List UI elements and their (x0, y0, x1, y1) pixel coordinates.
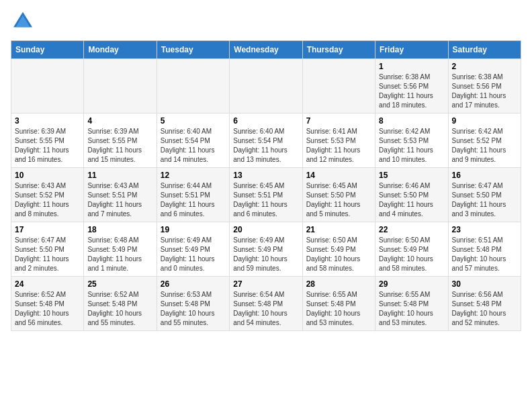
calendar-week-row: 24Sunrise: 6:52 AM Sunset: 5:48 PM Dayli… (11, 277, 521, 331)
day-info: Sunrise: 6:42 AM Sunset: 5:52 PM Dayligh… (452, 127, 517, 165)
day-info: Sunrise: 6:55 AM Sunset: 5:48 PM Dayligh… (306, 290, 371, 328)
day-number: 14 (306, 171, 371, 180)
logo-icon (12, 11, 34, 30)
weekday-header: Thursday (302, 41, 375, 59)
calendar-cell: 24Sunrise: 6:52 AM Sunset: 5:48 PM Dayli… (11, 277, 84, 331)
calendar-cell: 26Sunrise: 6:53 AM Sunset: 5:48 PM Dayli… (157, 277, 229, 331)
calendar-cell: 6Sunrise: 6:40 AM Sunset: 5:54 PM Daylig… (230, 113, 302, 168)
calendar-cell: 14Sunrise: 6:45 AM Sunset: 5:50 PM Dayli… (302, 168, 375, 222)
day-info: Sunrise: 6:50 AM Sunset: 5:49 PM Dayligh… (379, 236, 444, 273)
calendar-cell: 23Sunrise: 6:51 AM Sunset: 5:48 PM Dayli… (448, 222, 521, 277)
day-info: Sunrise: 6:40 AM Sunset: 5:54 PM Dayligh… (161, 127, 226, 165)
calendar-cell: 2Sunrise: 6:38 AM Sunset: 5:56 PM Daylig… (448, 59, 521, 113)
day-number: 8 (379, 116, 444, 126)
day-number: 21 (306, 225, 371, 234)
day-number: 1 (379, 62, 444, 71)
calendar-cell (11, 59, 84, 113)
day-info: Sunrise: 6:38 AM Sunset: 5:56 PM Dayligh… (452, 73, 517, 110)
calendar-table: SundayMondayTuesdayWednesdayThursdayFrid… (11, 40, 521, 331)
calendar-cell: 16Sunrise: 6:47 AM Sunset: 5:50 PM Dayli… (448, 168, 521, 222)
day-number: 3 (15, 116, 80, 126)
day-number: 5 (161, 116, 226, 126)
calendar-cell: 9Sunrise: 6:42 AM Sunset: 5:52 PM Daylig… (448, 113, 521, 168)
day-number: 15 (379, 171, 444, 180)
day-number: 11 (87, 171, 152, 180)
day-number: 27 (233, 279, 298, 289)
day-info: Sunrise: 6:48 AM Sunset: 5:49 PM Dayligh… (87, 236, 152, 273)
day-number: 30 (452, 279, 517, 289)
calendar-cell: 18Sunrise: 6:48 AM Sunset: 5:49 PM Dayli… (84, 222, 157, 277)
calendar-cell: 20Sunrise: 6:49 AM Sunset: 5:49 PM Dayli… (230, 222, 302, 277)
day-info: Sunrise: 6:55 AM Sunset: 5:48 PM Dayligh… (379, 290, 444, 328)
calendar-cell: 3Sunrise: 6:39 AM Sunset: 5:55 PM Daylig… (11, 113, 84, 168)
day-info: Sunrise: 6:43 AM Sunset: 5:51 PM Dayligh… (87, 181, 152, 219)
day-info: Sunrise: 6:52 AM Sunset: 5:48 PM Dayligh… (87, 290, 152, 328)
day-number: 18 (87, 225, 152, 234)
calendar-cell: 8Sunrise: 6:42 AM Sunset: 5:53 PM Daylig… (375, 113, 448, 168)
calendar-cell: 4Sunrise: 6:39 AM Sunset: 5:55 PM Daylig… (84, 113, 157, 168)
weekday-header: Monday (84, 41, 157, 59)
day-info: Sunrise: 6:47 AM Sunset: 5:50 PM Dayligh… (452, 181, 517, 219)
day-number: 22 (379, 225, 444, 234)
day-info: Sunrise: 6:53 AM Sunset: 5:48 PM Dayligh… (161, 290, 226, 328)
calendar-cell: 12Sunrise: 6:44 AM Sunset: 5:51 PM Dayli… (157, 168, 229, 222)
calendar-cell (84, 59, 157, 113)
day-info: Sunrise: 6:39 AM Sunset: 5:55 PM Dayligh… (15, 127, 80, 165)
day-info: Sunrise: 6:45 AM Sunset: 5:50 PM Dayligh… (306, 181, 371, 219)
day-number: 25 (87, 279, 152, 289)
day-info: Sunrise: 6:44 AM Sunset: 5:51 PM Dayligh… (161, 181, 226, 219)
calendar-cell: 21Sunrise: 6:50 AM Sunset: 5:49 PM Dayli… (302, 222, 375, 277)
calendar-cell: 5Sunrise: 6:40 AM Sunset: 5:54 PM Daylig… (157, 113, 229, 168)
calendar-cell: 22Sunrise: 6:50 AM Sunset: 5:49 PM Dayli… (375, 222, 448, 277)
weekday-header: Wednesday (230, 41, 302, 59)
calendar-cell: 7Sunrise: 6:41 AM Sunset: 5:53 PM Daylig… (302, 113, 375, 168)
day-number: 28 (306, 279, 371, 289)
calendar-week-row: 1Sunrise: 6:38 AM Sunset: 5:56 PM Daylig… (11, 59, 521, 113)
calendar-cell: 1Sunrise: 6:38 AM Sunset: 5:56 PM Daylig… (375, 59, 448, 113)
day-info: Sunrise: 6:49 AM Sunset: 5:49 PM Dayligh… (233, 236, 298, 273)
day-info: Sunrise: 6:40 AM Sunset: 5:54 PM Dayligh… (233, 127, 298, 165)
day-number: 19 (161, 225, 226, 234)
day-number: 10 (15, 171, 80, 180)
calendar-cell: 29Sunrise: 6:55 AM Sunset: 5:48 PM Dayli… (375, 277, 448, 331)
calendar-cell: 30Sunrise: 6:56 AM Sunset: 5:48 PM Dayli… (448, 277, 521, 331)
calendar-week-row: 3Sunrise: 6:39 AM Sunset: 5:55 PM Daylig… (11, 113, 521, 168)
day-info: Sunrise: 6:54 AM Sunset: 5:48 PM Dayligh… (233, 290, 298, 328)
calendar-cell: 15Sunrise: 6:46 AM Sunset: 5:50 PM Dayli… (375, 168, 448, 222)
day-info: Sunrise: 6:43 AM Sunset: 5:52 PM Dayligh… (15, 181, 80, 219)
day-number: 23 (452, 225, 517, 234)
day-number: 24 (15, 279, 80, 289)
page-header (11, 11, 521, 32)
calendar-cell: 17Sunrise: 6:47 AM Sunset: 5:50 PM Dayli… (11, 222, 84, 277)
day-number: 9 (452, 116, 517, 126)
day-info: Sunrise: 6:41 AM Sunset: 5:53 PM Dayligh… (306, 127, 371, 165)
calendar-cell: 27Sunrise: 6:54 AM Sunset: 5:48 PM Dayli… (230, 277, 302, 331)
day-info: Sunrise: 6:39 AM Sunset: 5:55 PM Dayligh… (87, 127, 152, 165)
day-number: 4 (87, 116, 152, 126)
day-info: Sunrise: 6:46 AM Sunset: 5:50 PM Dayligh… (379, 181, 444, 219)
day-number: 6 (233, 116, 298, 126)
calendar-cell: 25Sunrise: 6:52 AM Sunset: 5:48 PM Dayli… (84, 277, 157, 331)
day-info: Sunrise: 6:38 AM Sunset: 5:56 PM Dayligh… (379, 73, 444, 110)
day-info: Sunrise: 6:49 AM Sunset: 5:49 PM Dayligh… (161, 236, 226, 273)
day-number: 29 (379, 279, 444, 289)
calendar-cell (157, 59, 229, 113)
weekday-header-row: SundayMondayTuesdayWednesdayThursdayFrid… (11, 41, 521, 59)
day-info: Sunrise: 6:45 AM Sunset: 5:51 PM Dayligh… (233, 181, 298, 219)
calendar-week-row: 17Sunrise: 6:47 AM Sunset: 5:50 PM Dayli… (11, 222, 521, 277)
day-number: 26 (161, 279, 226, 289)
logo (11, 11, 34, 32)
day-number: 16 (452, 171, 517, 180)
calendar-cell: 13Sunrise: 6:45 AM Sunset: 5:51 PM Dayli… (230, 168, 302, 222)
calendar-cell: 19Sunrise: 6:49 AM Sunset: 5:49 PM Dayli… (157, 222, 229, 277)
weekday-header: Friday (375, 41, 448, 59)
calendar-cell: 10Sunrise: 6:43 AM Sunset: 5:52 PM Dayli… (11, 168, 84, 222)
day-info: Sunrise: 6:42 AM Sunset: 5:53 PM Dayligh… (379, 127, 444, 165)
day-info: Sunrise: 6:56 AM Sunset: 5:48 PM Dayligh… (452, 290, 517, 328)
calendar-cell (302, 59, 375, 113)
day-info: Sunrise: 6:51 AM Sunset: 5:48 PM Dayligh… (452, 236, 517, 273)
day-number: 7 (306, 116, 371, 126)
weekday-header: Tuesday (157, 41, 229, 59)
day-number: 13 (233, 171, 298, 180)
day-number: 20 (233, 225, 298, 234)
